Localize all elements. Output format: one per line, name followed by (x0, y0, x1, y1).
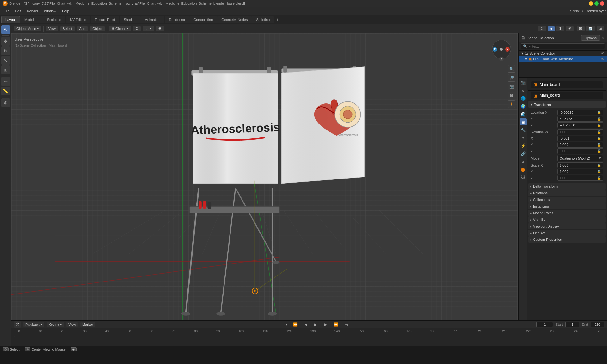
physics-props-tab[interactable]: ⚡ (520, 142, 527, 149)
scale-y-field[interactable]: 1.000 🔓 (557, 169, 603, 174)
select-tool-button[interactable]: ↖ (1, 25, 10, 34)
viewport-shade-solid[interactable]: ● (548, 26, 555, 31)
scale-x-lock[interactable]: 🔓 (597, 164, 601, 167)
scale-z-lock[interactable]: 🔓 (597, 176, 601, 180)
pivot-btn[interactable]: ⊙ (133, 26, 141, 31)
maximize-button[interactable] (594, 1, 599, 6)
rotation-y-lock[interactable]: 🔓 (597, 143, 601, 147)
custom-properties-header[interactable]: ▸ Custom Properties (528, 236, 606, 243)
start-frame-field[interactable]: 1 (565, 322, 579, 327)
view-filter-btn[interactable]: ⊿ (597, 26, 604, 31)
add-object-button[interactable]: ⊕ (1, 98, 10, 107)
blender-logo[interactable]: B (3, 1, 8, 6)
rotation-w-field[interactable]: 1.000 🔓 (557, 129, 603, 135)
measure-tool-button[interactable]: 📏 (1, 87, 10, 95)
zoom-out-btn[interactable]: 🔎 (508, 74, 515, 82)
scene-props-tab[interactable]: 🌍 (520, 103, 527, 110)
end-frame-field[interactable]: 250 (591, 322, 604, 327)
motion-paths-header[interactable]: ▸ Motion Paths (528, 210, 606, 216)
output-props-tab[interactable]: 🖨 (520, 87, 527, 94)
menu-window[interactable]: Window (41, 9, 59, 14)
outliner-filter-icon[interactable]: ⧖ (602, 36, 604, 40)
location-x-field[interactable]: -0.00025 🔓 (557, 110, 603, 115)
constraints-props-tab[interactable]: 🔗 (520, 150, 527, 157)
skip-to-start-btn[interactable]: ⏮ (282, 321, 289, 328)
viewport-shade-render[interactable]: ☀ (566, 26, 574, 31)
object-props-tab[interactable]: ▣ (520, 118, 527, 125)
add-menu[interactable]: Add (77, 26, 88, 31)
marker-menu[interactable]: Marker (80, 322, 95, 327)
data-props-tab[interactable]: ▲ (520, 158, 527, 165)
outliner-main-object[interactable]: ▾ ▣ Flip_Chart_with_Medicine_Education_S… (519, 56, 607, 62)
object-name-field[interactable]: ▣ Main_board (531, 81, 603, 88)
line-art-header[interactable]: ▸ Line Art (528, 230, 606, 236)
proportional-btn[interactable]: ◉ (156, 26, 164, 31)
rotation-w-lock[interactable]: 🔓 (597, 130, 601, 134)
search-placeholder[interactable]: Filter... (529, 45, 539, 48)
object-menu[interactable]: Object (90, 26, 105, 31)
camera-view-btn[interactable]: 📷 (508, 83, 515, 90)
tab-animation[interactable]: Animation (141, 16, 165, 23)
material-props-tab[interactable]: ⬤ (520, 166, 527, 173)
collection-visibility[interactable]: 👁 (601, 52, 604, 55)
annotate-tool-button[interactable]: ✏ (1, 77, 10, 86)
tab-layout[interactable]: Layout (1, 16, 20, 23)
viewport-display-header[interactable]: ▸ Viewport Display (528, 223, 606, 229)
viewport-shade-wire[interactable]: ⬡ (538, 26, 546, 31)
select-menu[interactable]: Select (60, 26, 75, 31)
delta-transform-header[interactable]: ▸ Delta Transform (528, 183, 606, 190)
close-button[interactable] (600, 1, 604, 6)
scale-tool-button[interactable]: ⤡ (1, 56, 10, 65)
location-y-lock[interactable]: 🔓 (597, 117, 601, 121)
tab-texture-paint[interactable]: Texture Paint (91, 16, 119, 23)
prev-keyframe-btn[interactable]: ⏪ (292, 321, 299, 328)
obj-visibility[interactable]: 👁 (601, 57, 604, 61)
tab-shading[interactable]: Shading (120, 16, 140, 23)
play-btn[interactable]: ▶ (312, 321, 320, 328)
tab-geometry-nodes[interactable]: Geometry Nodes (217, 16, 252, 23)
rotation-y-field[interactable]: 0.000 🔓 (557, 142, 603, 148)
prev-frame-btn[interactable]: ◀ (302, 321, 310, 328)
gizmo-center[interactable] (500, 48, 503, 51)
tab-rendering[interactable]: Rendering (165, 16, 189, 23)
visibility-header[interactable]: ▸ Visibility (528, 216, 606, 223)
outliner-options-button[interactable]: Options (581, 35, 600, 41)
texture-props-tab[interactable]: 🖼 (520, 174, 527, 181)
view-menu[interactable]: View (46, 26, 58, 31)
menu-help[interactable]: Help (59, 9, 72, 14)
render-props-tab[interactable]: 📷 (520, 79, 527, 86)
minimize-button[interactable] (589, 1, 593, 6)
current-frame-field[interactable]: 1 (536, 322, 553, 327)
rotation-mode-dropdown[interactable]: Quaternion (WXYZ) ▾ (557, 155, 603, 161)
gizmo-z-axis[interactable]: Z (493, 47, 497, 52)
viewport-canvas[interactable]: Atherosclerosis (11, 33, 518, 320)
tab-compositing[interactable]: Compositing (189, 16, 217, 23)
rotation-z-field[interactable]: 0.000 🔓 (557, 148, 603, 154)
rotation-x-lock[interactable]: 🔓 (597, 137, 601, 140)
zoom-in-btn[interactable]: 🔍 (508, 65, 515, 73)
instancing-header[interactable]: ▸ Instancing (528, 203, 606, 209)
keying-menu[interactable]: Keying ▾ (47, 322, 64, 327)
rotation-z-lock[interactable]: 🔓 (597, 149, 601, 153)
overlay-btn[interactable]: ⊡ (577, 26, 585, 31)
scale-y-lock[interactable]: 🔓 (597, 170, 601, 173)
gizmo-yn-axis[interactable]: -Y (499, 57, 504, 61)
tab-sculpting[interactable]: Sculpting (43, 16, 65, 23)
gizmo-btn[interactable]: 🔄 (586, 26, 595, 31)
tab-scripting[interactable]: Scripting (252, 16, 274, 23)
timeline-ruler[interactable]: 0 10 20 30 40 50 60 70 80 90 100 110 120… (17, 328, 604, 346)
tab-modeling[interactable]: Modeling (20, 16, 43, 23)
outliner-scene-collection[interactable]: ▾ 🗂 Scene Collection 👁 (519, 51, 607, 56)
playhead[interactable] (223, 328, 223, 346)
location-x-lock[interactable]: 🔓 (597, 111, 601, 114)
view-menu-timeline[interactable]: View (66, 322, 78, 327)
location-z-field[interactable]: -71.29858 🔓 (557, 122, 603, 128)
rotation-x-field[interactable]: -0.031 🔓 (557, 136, 603, 141)
add-workspace-button[interactable]: + (274, 16, 280, 23)
location-z-lock[interactable]: 🔓 (597, 124, 601, 127)
transform-tool-button[interactable]: ⊞ (1, 65, 10, 74)
world-props-tab[interactable]: 🌊 (520, 111, 527, 118)
object-data-name-field[interactable]: ▣ Main_board (531, 92, 603, 99)
modifier-props-tab[interactable]: 🔧 (520, 126, 527, 133)
timeline-icon[interactable]: ⏱ (14, 321, 21, 328)
